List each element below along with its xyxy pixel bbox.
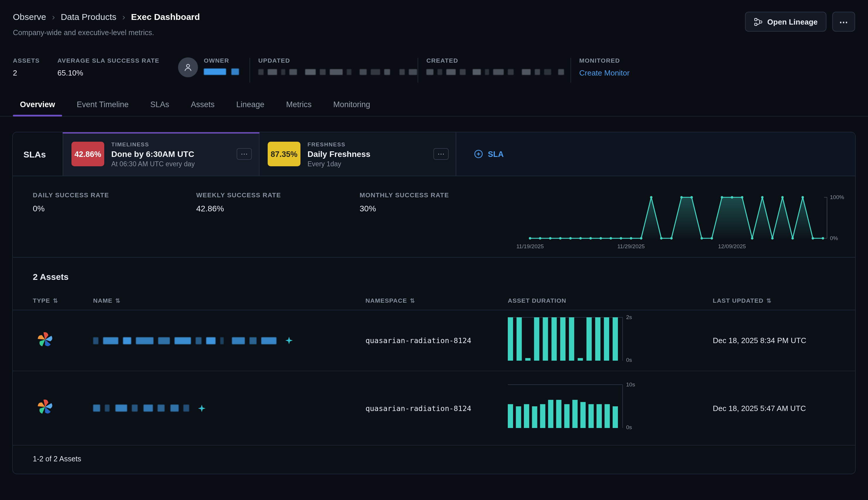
stat-created-label: CREATED (426, 57, 571, 64)
column-header-last-updated[interactable]: LAST UPDATED (713, 297, 855, 304)
svg-text:100%: 100% (830, 194, 844, 200)
asset-name-cell[interactable] (93, 336, 365, 345)
assets-table-header: TYPENAMENAMESPACEASSET DURATIONLAST UPDA… (13, 291, 855, 310)
sla-more-button[interactable] (433, 148, 449, 160)
assets-table-body: quasarian-radiation-81242s0sDec 18, 2025… (13, 310, 855, 445)
redacted-updated-value (258, 69, 418, 75)
assets-title: 2 Assets (33, 272, 855, 282)
tab-metrics[interactable]: Metrics (279, 94, 319, 116)
asset-name-cell[interactable] (93, 404, 365, 412)
tab-lineage[interactable]: Lineage (229, 94, 271, 116)
assets-section: 2 Assets TYPENAMENAMESPACEASSET DURATION… (13, 258, 855, 474)
sla-strip: SLAs 42.86%TIMELINESSDone by 6:30AM UTCA… (13, 132, 855, 176)
stat-monitored: MONITORED Create Monitor (579, 57, 630, 78)
sparkle-icon (285, 336, 293, 345)
header-more-button[interactable] (832, 12, 855, 32)
lineage-glyph (754, 17, 763, 26)
add-sla-label: SLA (488, 150, 504, 158)
sla-cards: 42.86%TIMELINESSDone by 6:30AM UTCAt 06:… (63, 132, 456, 175)
sla-section-title: SLAs (13, 132, 63, 175)
person-icon (183, 62, 193, 72)
svg-text:0s: 0s (626, 356, 632, 363)
svg-text:2s: 2s (626, 314, 632, 320)
stat-avg-sla: AVERAGE SLA SUCCESS RATE 65.10% (57, 57, 178, 77)
sparkle-icon (198, 404, 206, 412)
asset-type-cell (33, 398, 93, 418)
header-actions: Open Lineage (745, 12, 855, 32)
plus-circle-icon (474, 149, 483, 159)
overview-panel: SLAs 42.86%TIMELINESSDone by 6:30AM UTCA… (12, 132, 856, 474)
sla-card-freshness[interactable]: 87.35%FRESHNESSDaily FreshnessEvery 1day (259, 132, 456, 175)
page-header: Observe›Data Products›Exec Dashboard Com… (0, 0, 868, 37)
sla-type-label: TIMELINESS (111, 141, 229, 147)
asset-namespace: quasarian-radiation-8124 (365, 404, 508, 412)
app-root: Observe›Data Products›Exec Dashboard Com… (0, 0, 868, 500)
redacted-asset-name (93, 337, 278, 344)
breadcrumb-item[interactable]: Data Products (60, 12, 116, 22)
breadcrumb-item: Exec Dashboard (131, 12, 200, 22)
breadcrumb: Observe›Data Products›Exec Dashboard (13, 12, 200, 22)
svg-text:10s: 10s (626, 382, 635, 388)
assets-pagination: 1-2 of 2 Assets (13, 445, 855, 474)
breadcrumb-separator-icon: › (122, 12, 125, 22)
svg-text:12/09/2025: 12/09/2025 (718, 243, 746, 249)
open-lineage-label: Open Lineage (767, 17, 818, 26)
sla-card-timeliness[interactable]: 42.86%TIMELINESSDone by 6:30AM UTCAt 06:… (63, 132, 259, 175)
stat-monitored-label: MONITORED (579, 57, 630, 64)
table-row[interactable]: quasarian-radiation-812410s0sDec 18, 202… (13, 371, 855, 445)
asset-namespace: quasarian-radiation-8124 (365, 336, 508, 345)
stat-avg-sla-label: AVERAGE SLA SUCCESS RATE (57, 57, 178, 64)
stat-created: CREATED (426, 57, 571, 75)
svg-text:0%: 0% (830, 235, 838, 241)
sla-history-chart: 100%0%11/19/202511/29/202512/09/2025 (523, 192, 851, 251)
success-rate-label: WEEKLY SUCCESS RATE (196, 192, 360, 198)
avatar (178, 57, 198, 77)
column-header-asset-duration: ASSET DURATION (508, 297, 713, 304)
success-rate-label: MONTHLY SUCCESS RATE (360, 192, 523, 198)
sla-card-title: Done by 6:30AM UTC (111, 149, 229, 158)
sla-card-info: FRESHNESSDaily FreshnessEvery 1day (307, 141, 426, 167)
pinwheel-icon (36, 398, 54, 416)
page-subtitle: Company-wide and executive-level metrics… (13, 29, 200, 37)
open-lineage-button[interactable]: Open Lineage (745, 12, 826, 32)
lineage-icon (754, 17, 763, 26)
success-rate-value: 30% (360, 204, 523, 213)
asset-duration-chart: 2s0s (508, 312, 713, 368)
breadcrumb-separator-icon: › (52, 12, 55, 22)
success-rate-value: 42.86% (196, 204, 360, 213)
create-monitor-link[interactable]: Create Monitor (579, 68, 630, 77)
stats-divider (418, 58, 418, 82)
redacted-asset-name (93, 405, 190, 412)
sla-score-badge: 42.86% (71, 142, 104, 166)
stat-updated: UPDATED (258, 57, 418, 75)
success-rate-monthly: MONTHLY SUCCESS RATE30% (360, 192, 523, 213)
svg-text:11/29/2025: 11/29/2025 (617, 243, 645, 249)
asset-last-updated: Dec 18, 2025 5:47 AM UTC (713, 404, 855, 412)
asset-duration-chart: 10s0s (508, 380, 713, 436)
column-header-type[interactable]: TYPE (33, 297, 93, 304)
stat-assets-value: 2 (13, 68, 57, 77)
sla-type-label: FRESHNESS (307, 141, 426, 147)
tab-assets[interactable]: Assets (184, 94, 222, 116)
sla-score-badge: 87.35% (268, 142, 301, 166)
sla-rates-row: DAILY SUCCESS RATE0%WEEKLY SUCCESS RATE4… (13, 176, 855, 258)
svg-text:0s: 0s (626, 424, 632, 430)
stat-assets-label: ASSETS (13, 57, 57, 64)
redacted-owner-name (204, 68, 240, 75)
success-rate-value: 0% (33, 204, 196, 213)
pinwheel-icon (36, 330, 54, 348)
table-row[interactable]: quasarian-radiation-81242s0sDec 18, 2025… (13, 310, 855, 371)
sla-more-button[interactable] (237, 148, 252, 160)
column-header-namespace[interactable]: NAMESPACE (365, 297, 508, 304)
tab-monitoring[interactable]: Monitoring (326, 94, 377, 116)
tab-event-timeline[interactable]: Event Timeline (70, 94, 136, 116)
stat-assets: ASSETS 2 (13, 57, 57, 77)
tab-overview[interactable]: Overview (13, 94, 62, 116)
tab-slas[interactable]: SLAs (143, 94, 176, 116)
column-header-name[interactable]: NAME (93, 297, 365, 304)
add-sla-button[interactable]: SLA (474, 149, 504, 159)
success-rate-daily: DAILY SUCCESS RATE0% (33, 192, 196, 213)
breadcrumb-item[interactable]: Observe (13, 12, 46, 22)
redacted-created-value (426, 69, 571, 75)
sla-card-title: Daily Freshness (307, 149, 426, 158)
